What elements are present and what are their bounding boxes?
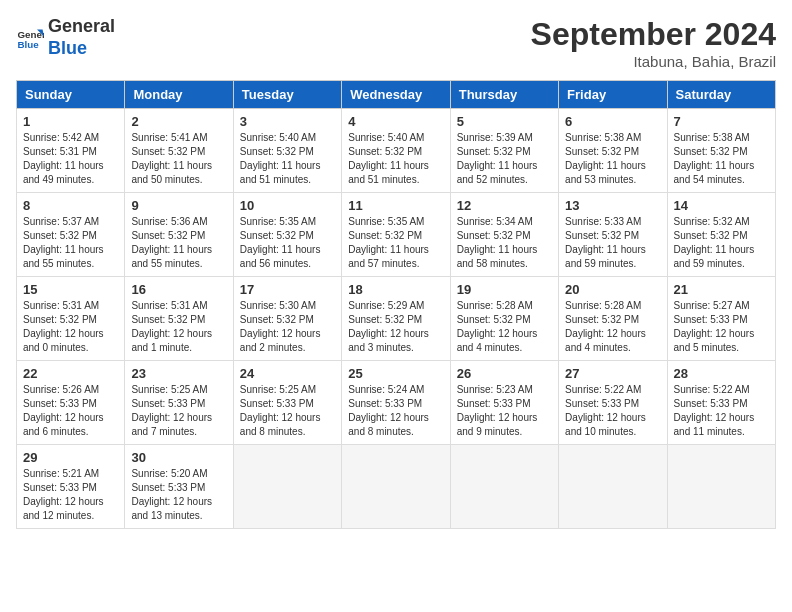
calendar-cell: 9Sunrise: 5:36 AM Sunset: 5:32 PM Daylig…	[125, 193, 233, 277]
day-info: Sunrise: 5:37 AM Sunset: 5:32 PM Dayligh…	[23, 215, 118, 271]
week-row-4: 22Sunrise: 5:26 AM Sunset: 5:33 PM Dayli…	[17, 361, 776, 445]
calendar-cell: 10Sunrise: 5:35 AM Sunset: 5:32 PM Dayli…	[233, 193, 341, 277]
day-number: 19	[457, 282, 552, 297]
day-number: 10	[240, 198, 335, 213]
calendar-cell: 26Sunrise: 5:23 AM Sunset: 5:33 PM Dayli…	[450, 361, 558, 445]
day-info: Sunrise: 5:24 AM Sunset: 5:33 PM Dayligh…	[348, 383, 443, 439]
day-number: 28	[674, 366, 769, 381]
day-number: 7	[674, 114, 769, 129]
svg-text:Blue: Blue	[17, 38, 39, 49]
calendar-cell: 22Sunrise: 5:26 AM Sunset: 5:33 PM Dayli…	[17, 361, 125, 445]
day-info: Sunrise: 5:32 AM Sunset: 5:32 PM Dayligh…	[674, 215, 769, 271]
day-number: 23	[131, 366, 226, 381]
day-number: 18	[348, 282, 443, 297]
calendar-cell: 13Sunrise: 5:33 AM Sunset: 5:32 PM Dayli…	[559, 193, 667, 277]
day-number: 11	[348, 198, 443, 213]
day-number: 14	[674, 198, 769, 213]
calendar-cell: 14Sunrise: 5:32 AM Sunset: 5:32 PM Dayli…	[667, 193, 775, 277]
day-number: 16	[131, 282, 226, 297]
day-number: 9	[131, 198, 226, 213]
month-title: September 2024	[531, 16, 776, 53]
day-number: 2	[131, 114, 226, 129]
day-number: 4	[348, 114, 443, 129]
week-row-1: 1Sunrise: 5:42 AM Sunset: 5:31 PM Daylig…	[17, 109, 776, 193]
day-info: Sunrise: 5:27 AM Sunset: 5:33 PM Dayligh…	[674, 299, 769, 355]
calendar-cell: 20Sunrise: 5:28 AM Sunset: 5:32 PM Dayli…	[559, 277, 667, 361]
weekday-wednesday: Wednesday	[342, 81, 450, 109]
day-number: 25	[348, 366, 443, 381]
day-info: Sunrise: 5:26 AM Sunset: 5:33 PM Dayligh…	[23, 383, 118, 439]
calendar-cell: 17Sunrise: 5:30 AM Sunset: 5:32 PM Dayli…	[233, 277, 341, 361]
calendar-cell: 27Sunrise: 5:22 AM Sunset: 5:33 PM Dayli…	[559, 361, 667, 445]
title-block: September 2024 Itabuna, Bahia, Brazil	[531, 16, 776, 70]
day-number: 29	[23, 450, 118, 465]
day-number: 6	[565, 114, 660, 129]
day-number: 3	[240, 114, 335, 129]
week-row-3: 15Sunrise: 5:31 AM Sunset: 5:32 PM Dayli…	[17, 277, 776, 361]
day-info: Sunrise: 5:29 AM Sunset: 5:32 PM Dayligh…	[348, 299, 443, 355]
day-info: Sunrise: 5:34 AM Sunset: 5:32 PM Dayligh…	[457, 215, 552, 271]
day-number: 21	[674, 282, 769, 297]
day-info: Sunrise: 5:20 AM Sunset: 5:33 PM Dayligh…	[131, 467, 226, 523]
calendar-table: SundayMondayTuesdayWednesdayThursdayFrid…	[16, 80, 776, 529]
weekday-monday: Monday	[125, 81, 233, 109]
calendar-cell: 12Sunrise: 5:34 AM Sunset: 5:32 PM Dayli…	[450, 193, 558, 277]
day-number: 27	[565, 366, 660, 381]
day-info: Sunrise: 5:28 AM Sunset: 5:32 PM Dayligh…	[565, 299, 660, 355]
weekday-tuesday: Tuesday	[233, 81, 341, 109]
calendar-cell: 19Sunrise: 5:28 AM Sunset: 5:32 PM Dayli…	[450, 277, 558, 361]
week-row-5: 29Sunrise: 5:21 AM Sunset: 5:33 PM Dayli…	[17, 445, 776, 529]
day-info: Sunrise: 5:33 AM Sunset: 5:32 PM Dayligh…	[565, 215, 660, 271]
day-info: Sunrise: 5:28 AM Sunset: 5:32 PM Dayligh…	[457, 299, 552, 355]
weekday-sunday: Sunday	[17, 81, 125, 109]
calendar-cell: 5Sunrise: 5:39 AM Sunset: 5:32 PM Daylig…	[450, 109, 558, 193]
calendar-cell: 21Sunrise: 5:27 AM Sunset: 5:33 PM Dayli…	[667, 277, 775, 361]
day-info: Sunrise: 5:22 AM Sunset: 5:33 PM Dayligh…	[674, 383, 769, 439]
day-number: 8	[23, 198, 118, 213]
day-number: 5	[457, 114, 552, 129]
calendar-cell: 24Sunrise: 5:25 AM Sunset: 5:33 PM Dayli…	[233, 361, 341, 445]
calendar-body: 1Sunrise: 5:42 AM Sunset: 5:31 PM Daylig…	[17, 109, 776, 529]
calendar-cell: 4Sunrise: 5:40 AM Sunset: 5:32 PM Daylig…	[342, 109, 450, 193]
calendar-cell: 3Sunrise: 5:40 AM Sunset: 5:32 PM Daylig…	[233, 109, 341, 193]
calendar-cell: 29Sunrise: 5:21 AM Sunset: 5:33 PM Dayli…	[17, 445, 125, 529]
calendar-cell: 8Sunrise: 5:37 AM Sunset: 5:32 PM Daylig…	[17, 193, 125, 277]
day-info: Sunrise: 5:38 AM Sunset: 5:32 PM Dayligh…	[565, 131, 660, 187]
logo: General Blue General Blue	[16, 16, 115, 59]
day-number: 30	[131, 450, 226, 465]
calendar-cell	[342, 445, 450, 529]
calendar-cell: 11Sunrise: 5:35 AM Sunset: 5:32 PM Dayli…	[342, 193, 450, 277]
weekday-thursday: Thursday	[450, 81, 558, 109]
calendar-cell	[559, 445, 667, 529]
day-info: Sunrise: 5:23 AM Sunset: 5:33 PM Dayligh…	[457, 383, 552, 439]
day-info: Sunrise: 5:39 AM Sunset: 5:32 PM Dayligh…	[457, 131, 552, 187]
calendar-cell	[450, 445, 558, 529]
day-number: 13	[565, 198, 660, 213]
weekday-friday: Friday	[559, 81, 667, 109]
calendar-cell: 2Sunrise: 5:41 AM Sunset: 5:32 PM Daylig…	[125, 109, 233, 193]
calendar-cell: 30Sunrise: 5:20 AM Sunset: 5:33 PM Dayli…	[125, 445, 233, 529]
day-number: 17	[240, 282, 335, 297]
day-number: 20	[565, 282, 660, 297]
week-row-2: 8Sunrise: 5:37 AM Sunset: 5:32 PM Daylig…	[17, 193, 776, 277]
logo-icon: General Blue	[16, 24, 44, 52]
weekday-saturday: Saturday	[667, 81, 775, 109]
day-info: Sunrise: 5:25 AM Sunset: 5:33 PM Dayligh…	[240, 383, 335, 439]
day-info: Sunrise: 5:22 AM Sunset: 5:33 PM Dayligh…	[565, 383, 660, 439]
day-info: Sunrise: 5:40 AM Sunset: 5:32 PM Dayligh…	[348, 131, 443, 187]
day-number: 24	[240, 366, 335, 381]
logo-text: General Blue	[48, 16, 115, 59]
weekday-header-row: SundayMondayTuesdayWednesdayThursdayFrid…	[17, 81, 776, 109]
day-info: Sunrise: 5:31 AM Sunset: 5:32 PM Dayligh…	[23, 299, 118, 355]
day-number: 22	[23, 366, 118, 381]
calendar-cell	[233, 445, 341, 529]
day-info: Sunrise: 5:35 AM Sunset: 5:32 PM Dayligh…	[240, 215, 335, 271]
calendar-cell: 23Sunrise: 5:25 AM Sunset: 5:33 PM Dayli…	[125, 361, 233, 445]
calendar-cell: 18Sunrise: 5:29 AM Sunset: 5:32 PM Dayli…	[342, 277, 450, 361]
day-info: Sunrise: 5:36 AM Sunset: 5:32 PM Dayligh…	[131, 215, 226, 271]
day-info: Sunrise: 5:38 AM Sunset: 5:32 PM Dayligh…	[674, 131, 769, 187]
day-number: 12	[457, 198, 552, 213]
calendar-cell: 15Sunrise: 5:31 AM Sunset: 5:32 PM Dayli…	[17, 277, 125, 361]
calendar-cell: 7Sunrise: 5:38 AM Sunset: 5:32 PM Daylig…	[667, 109, 775, 193]
calendar-cell	[667, 445, 775, 529]
